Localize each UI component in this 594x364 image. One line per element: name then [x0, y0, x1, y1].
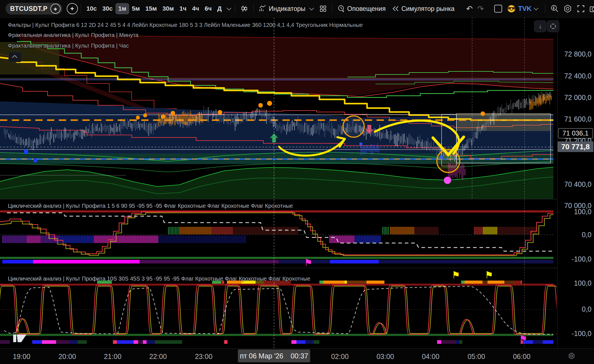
maximize-icon: [550, 24, 556, 29]
fullscreen-icon: [577, 4, 585, 13]
current-price-label: 71 036,1: [558, 128, 593, 138]
pane2-tick: -100,0: [572, 255, 591, 263]
highlight-circle-1: [343, 116, 364, 137]
timeframe-15m[interactable]: 15м: [143, 3, 160, 14]
fullscreen-button[interactable]: [577, 4, 585, 13]
axis-settings-button[interactable]: [568, 352, 576, 360]
divider: [332, 4, 332, 13]
magenta-flag-icon: ⚑: [519, 333, 527, 344]
pane2-title[interactable]: Циклический анализ | Культ Профита 1 5 6…: [8, 203, 293, 209]
chevron-down-icon[interactable]: [227, 6, 231, 10]
time-tick: 23:00: [187, 353, 221, 361]
chart-type-icon[interactable]: [240, 5, 248, 13]
pane2-graphics: [0, 210, 553, 263]
crosshair-time-label: пт 06 Мар '26 00:37: [238, 349, 310, 362]
divider: [545, 4, 545, 13]
timeframe-5m[interactable]: 5м: [129, 3, 143, 14]
tradingview-logo: [13, 335, 26, 342]
time-tick: 20:00: [50, 353, 84, 361]
timeframe-30m[interactable]: 30м: [160, 3, 177, 14]
magenta-dot-marker: [444, 177, 451, 184]
alerts-button[interactable]: Оповещения: [337, 4, 387, 13]
time-tick: 22:00: [141, 353, 175, 361]
crosshair-price-label: 70 771,8: [558, 141, 593, 152]
timeframe-6h[interactable]: 6ч: [202, 3, 215, 14]
market-simulator-button[interactable]: Симулятор рынка: [392, 5, 456, 13]
divider: [81, 4, 81, 13]
diamond-icon[interactable]: ◈: [50, 4, 61, 14]
price-tick: 72 000,0: [564, 94, 591, 102]
time-tick: 02:00: [323, 353, 357, 361]
legend-fractal-hour[interactable]: Фрактальная аналитика | Культ Профита | …: [8, 43, 129, 49]
price-tick: 70 400,0: [564, 180, 591, 188]
snapshot-button[interactable]: [590, 4, 594, 13]
pane3-tick: -100,0: [572, 330, 591, 338]
pane-maximize-button[interactable]: [547, 20, 559, 32]
legend-fractal-minute[interactable]: Фрактальная аналитика | Культ Профита | …: [8, 32, 138, 38]
timeframe-1h[interactable]: 1ч: [177, 3, 189, 14]
timeframe-4h[interactable]: 4ч: [189, 3, 202, 14]
yellow-flag-icon: ⚑: [452, 269, 460, 281]
symbol-button[interactable]: BTCUSDT.P ◈: [6, 3, 62, 15]
price-axis[interactable]: 72 800,0 72 400,0 72 000,0 71 600,0 71 2…: [557, 17, 594, 348]
time-tick: 19:00: [5, 353, 38, 361]
layout-grid-icon[interactable]: [319, 5, 327, 12]
chevron-up-icon: [12, 55, 17, 60]
time-tick: 05:00: [460, 353, 493, 361]
chart-canvas: [0, 0, 594, 364]
yellow-flag-icon: ⚑: [485, 269, 493, 281]
pane3-graphics: [0, 281, 561, 344]
collapse-legend-button[interactable]: [8, 52, 22, 62]
alarm-clock-icon: [337, 4, 345, 13]
pane3-tick: 0,0: [582, 305, 591, 313]
layout-select-button[interactable]: [494, 5, 502, 13]
time-tick: 06:00: [505, 353, 539, 361]
add-symbol-button[interactable]: +: [67, 3, 78, 14]
time-tick: 21:00: [96, 353, 129, 361]
settings-button[interactable]: [563, 4, 572, 13]
gear-icon: [568, 352, 576, 360]
search-lightning-icon: [550, 4, 559, 13]
timeframe-30s[interactable]: 30с: [99, 3, 115, 14]
account-avatar: 😎: [507, 5, 516, 13]
time-axis[interactable]: 19:00 20:00 21:00 22:00 23:00 02:00 03:0…: [0, 348, 594, 364]
price-tick: 71 600,0: [564, 115, 591, 123]
camera-icon: [590, 4, 594, 13]
spacer: [489, 4, 489, 13]
price-tick: 72 400,0: [564, 72, 591, 80]
top-toolbar: BTCUSDT.P ◈ + 10с 30с 1м 5м 15м 30м 1ч 4…: [0, 0, 594, 18]
quick-search-button[interactable]: [550, 4, 559, 13]
magenta-flag-icon: ⚑: [304, 257, 312, 268]
divider: [235, 4, 235, 13]
indicators-button[interactable]: Индикаторы: [259, 4, 315, 13]
chevron-down-icon: [309, 6, 314, 10]
layout-square-icon: [494, 5, 502, 13]
legend-filters[interactable]: Фильтры | Культ Профита 6 12 2D 24 2 45 …: [8, 22, 363, 28]
timeframe-1m[interactable]: 1м: [115, 3, 129, 14]
account-menu[interactable]: 😎 TVK: [507, 5, 539, 13]
tradingview-app: BTCUSDT.P ◈ + 10с 30с 1м 5м 15м 30м 1ч 4…: [0, 0, 594, 364]
pane3-title[interactable]: Циклический анализ | Культ Профита 10S 3…: [8, 276, 310, 282]
pane2-tick: 0,0: [582, 231, 591, 239]
redo-button[interactable]: ↷: [477, 4, 484, 13]
time-tick: 04:00: [414, 353, 447, 361]
pane-download-button[interactable]: ↓: [534, 20, 546, 32]
price-tick: 72 800,0: [564, 50, 591, 58]
timeframe-1d[interactable]: Д: [215, 3, 225, 14]
chevron-down-icon: [534, 6, 539, 10]
pane2-tick: 100,0: [574, 208, 591, 216]
gear-icon: [563, 4, 572, 13]
time-tick: 03:00: [368, 353, 402, 361]
timeframe-10s[interactable]: 10с: [84, 3, 100, 14]
symbol-name: BTCUSDT.P: [10, 5, 48, 13]
rewind-icon: [392, 5, 400, 13]
indicators-icon: [259, 4, 267, 13]
pane3-tick: 100,0: [574, 279, 591, 287]
divider: [253, 4, 254, 13]
undo-button[interactable]: ↶: [466, 4, 473, 13]
